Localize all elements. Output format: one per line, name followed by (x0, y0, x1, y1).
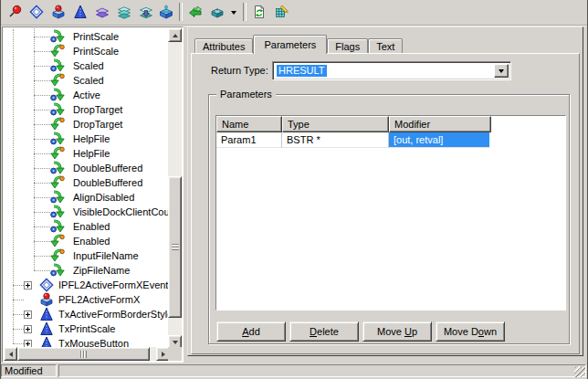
new-union-button[interactable] (135, 2, 157, 23)
tree-item[interactable]: Enabled (4, 219, 169, 234)
tab-flags[interactable]: Flags (327, 38, 368, 53)
tree-item[interactable]: Enabled (4, 234, 169, 248)
vertical-scroll-thumb[interactable] (168, 176, 182, 318)
property-get-icon (50, 132, 65, 146)
tree-item-label: IPFL2ActiveFormXEvents (58, 279, 170, 290)
tree-item[interactable]: Scaled (4, 58, 169, 73)
tree-item-label: HelpFile (73, 148, 110, 159)
groupbox-title: Parameters (216, 89, 276, 100)
expand-toggle[interactable] (24, 281, 32, 290)
arrow-left-icon (6, 352, 13, 357)
new-coclass-button[interactable] (47, 2, 69, 23)
tree-line (34, 139, 50, 140)
coclass-icon (39, 292, 54, 307)
tree-item[interactable]: DropTarget (4, 117, 169, 132)
tree-item[interactable]: Scaled (4, 73, 169, 88)
tree-item[interactable]: TxActiveFormBorderStyle (4, 307, 169, 321)
expand-toggle[interactable] (24, 325, 32, 333)
scrollbar-corner (168, 347, 182, 361)
tab-label: Flags (335, 41, 360, 52)
tree-item-label: DoubleBuffered (73, 177, 142, 188)
toolbar-separator (179, 3, 183, 21)
tree-item[interactable]: Active (4, 88, 169, 102)
tree-horizontal-scrollbar[interactable] (4, 347, 170, 361)
move-up-button[interactable]: Move Up (362, 321, 432, 342)
tree-item-label: VisibleDockClientCount (73, 206, 170, 217)
tree-line (34, 95, 50, 96)
property-get-icon (50, 161, 65, 175)
tree-item-label: InputFileName (73, 250, 139, 261)
tree-item[interactable]: DropTarget (4, 102, 169, 117)
button-label: Delete (310, 326, 339, 337)
tab-bar: Attributes Parameters Flags Text (194, 36, 403, 54)
tree-item[interactable]: IPFL2ActiveFormXEvents (4, 278, 169, 292)
tree-line (34, 226, 50, 227)
tab-attributes[interactable]: Attributes (194, 38, 253, 53)
interface-lollipop-icon (7, 5, 22, 21)
parameters-grid: Name Type Modifier Param1 BSTR * [out, r… (215, 115, 566, 311)
tree-item-label: TxActiveFormBorderStyle (58, 309, 170, 320)
property-set-icon (50, 73, 65, 88)
tree-item[interactable]: DoubleBuffered (4, 175, 169, 190)
new-record-button[interactable] (113, 2, 135, 23)
cell-param-type[interactable]: BSTR * (282, 132, 389, 148)
tree-line (34, 51, 50, 52)
new-enum-button[interactable] (69, 2, 91, 23)
property-set-icon (50, 44, 65, 58)
delete-button[interactable]: Delete (289, 321, 359, 342)
property-get-icon (50, 102, 65, 117)
tree-item[interactable]: PrintScale (4, 29, 169, 44)
tree-item-label: PrintScale (73, 46, 119, 57)
tree-item[interactable]: DoubleBuffered (4, 161, 169, 175)
tree-item[interactable]: TxPrintScale (4, 321, 169, 336)
tree-item-label: Active (73, 89, 100, 100)
alias-icon (95, 5, 110, 21)
refresh-implementation-button[interactable] (248, 2, 270, 23)
tree-item[interactable]: InputFileName (4, 248, 169, 263)
property-icon (210, 5, 225, 21)
tree-item-label: ZipFileName (73, 265, 130, 276)
tree-line (34, 270, 50, 271)
tree-vertical-scrollbar[interactable] (168, 28, 182, 349)
cell-param-name[interactable]: Param1 (216, 132, 282, 148)
add-button[interactable]: Add (216, 321, 286, 342)
new-property-button[interactable] (206, 2, 228, 23)
tree-line (34, 37, 50, 37)
property-kind-dropdown[interactable] (228, 2, 239, 23)
register-typelib-button[interactable] (270, 2, 292, 23)
new-dispinterface-button[interactable] (26, 2, 47, 23)
tree-item[interactable]: HelpFile (4, 132, 169, 146)
horizontal-scroll-thumb[interactable] (17, 347, 150, 361)
return-type-value: HRESULT (277, 65, 327, 77)
property-set-icon (50, 248, 65, 263)
tree-item-label: Scaled (73, 75, 104, 86)
new-alias-button[interactable] (91, 2, 113, 23)
tree-item[interactable]: AlignDisabled (4, 190, 169, 205)
status-text: Modified (5, 365, 43, 376)
new-module-button[interactable] (155, 2, 177, 23)
return-type-combobox[interactable]: HRESULT (272, 61, 511, 80)
cell-param-modifier[interactable]: [out, retval] (389, 132, 489, 148)
tree-item[interactable]: HelpFile (4, 146, 169, 161)
tree-item[interactable]: VisibleDockClientCount (4, 205, 169, 219)
new-interface-button[interactable] (4, 2, 26, 23)
cell-text: [out, retval] (394, 134, 443, 145)
tab-parameters[interactable]: Parameters (253, 35, 327, 54)
tab-text[interactable]: Text (368, 38, 403, 53)
module-icon (159, 5, 173, 21)
tree-line (13, 285, 24, 286)
move-down-button[interactable]: Move Down (436, 321, 505, 342)
new-method-button[interactable] (184, 2, 206, 23)
tree-item[interactable]: PrintScale (4, 44, 169, 58)
combo-dropdown-button[interactable] (494, 64, 509, 78)
tree-item[interactable]: ZipFileName (4, 263, 169, 278)
property-set-icon (50, 117, 65, 132)
property-get-icon (50, 263, 65, 278)
expand-toggle[interactable] (24, 311, 32, 319)
status-panel (58, 364, 586, 377)
scroll-left-button[interactable] (4, 347, 17, 361)
column-header-label: Type (288, 119, 310, 130)
tree-item[interactable]: PFL2ActiveFormX (4, 292, 169, 307)
resize-grip[interactable] (574, 366, 585, 377)
scroll-up-button[interactable] (168, 28, 182, 42)
